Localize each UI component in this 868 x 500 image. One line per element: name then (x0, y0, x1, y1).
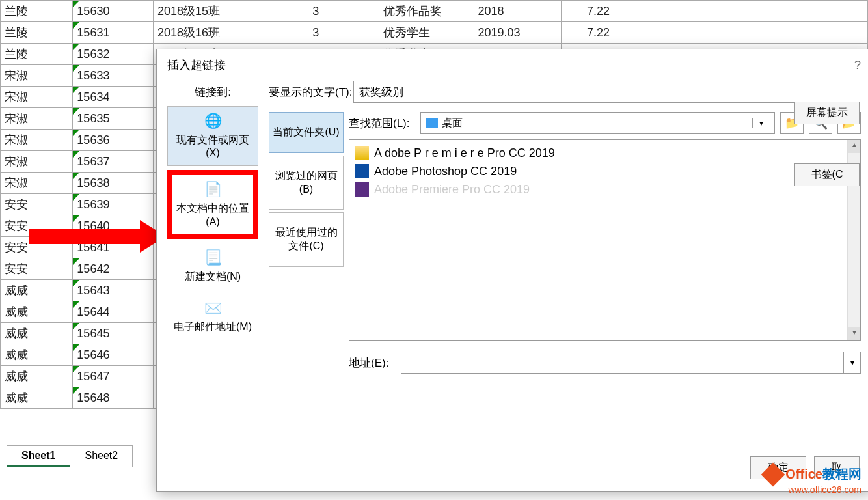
linkto-newdoc-label: 新建文档(N) (185, 271, 241, 282)
subtab-browsed-pages[interactable]: 浏览过的网页(B) (269, 156, 344, 210)
cell[interactable]: 2018级16班 (153, 22, 308, 44)
annotation-arrow (29, 220, 172, 253)
cell[interactable]: 威威 (1, 323, 73, 344)
watermark-icon (761, 462, 785, 486)
cell[interactable]: 威威 (1, 301, 73, 323)
list-item[interactable]: Adobe Photoshop CC 2019 (352, 162, 858, 180)
linkto-existing-file[interactable]: 🌐 现有文件或网页(X) (167, 106, 258, 166)
cell[interactable] (614, 22, 868, 44)
cell[interactable]: 宋淑 (1, 87, 73, 108)
linkto-new-document[interactable]: 📃 新建文档(N) (167, 243, 258, 289)
lookin-combo[interactable]: 桌面 ▾ (420, 112, 775, 134)
linkto-place-in-doc[interactable]: 📄 本文档中的位置(A) (167, 170, 258, 239)
cell[interactable]: 威威 (1, 280, 73, 301)
watermark-brand: Office教程网 (785, 465, 861, 483)
chevron-down-icon[interactable]: ▾ (752, 118, 769, 128)
list-item[interactable]: A dobe P r e m i e r e Pro CC 2019 (352, 144, 858, 162)
cell[interactable]: 15648 (73, 387, 154, 409)
lookin-value: 桌面 (442, 117, 463, 130)
file-icon (355, 182, 369, 197)
cell[interactable]: 15638 (73, 173, 154, 194)
sheet-tabs: Sheet1 Sheet2 (7, 445, 132, 467)
cell[interactable]: 7.22 (561, 22, 614, 44)
cell[interactable]: 3 (308, 22, 379, 44)
email-icon: ✉️ (170, 299, 255, 318)
cell[interactable]: 优秀学生 (379, 22, 474, 44)
subtab-current-folder[interactable]: 当前文件夹(U) (269, 112, 344, 153)
cell[interactable]: 宋淑 (1, 173, 73, 194)
subtab-recent-files[interactable]: 最近使用过的文件(C) (269, 212, 344, 267)
linkto-email[interactable]: ✉️ 电子邮件地址(M) (167, 294, 258, 340)
cell[interactable]: 15634 (73, 87, 154, 108)
cell[interactable]: 威威 (1, 366, 73, 387)
cell[interactable]: 15642 (73, 258, 154, 280)
tab-sheet1[interactable]: Sheet1 (7, 445, 70, 467)
address-label: 地址(E): (349, 355, 401, 370)
file-name: Adobe Photoshop CC 2019 (374, 165, 517, 178)
list-item[interactable]: Adobe Premiere Pro CC 2019 (352, 180, 858, 199)
lookin-label: 查找范围(L): (349, 116, 420, 131)
table-row[interactable]: 兰陵156312018级16班3优秀学生2019.037.22 (1, 22, 868, 44)
file-list[interactable]: A dobe P r e m i e r e Pro CC 2019Adobe … (349, 139, 861, 341)
address-dropdown-icon[interactable]: ▾ (843, 352, 860, 373)
cell[interactable]: 威威 (1, 387, 73, 409)
tab-sheet2[interactable]: Sheet2 (70, 445, 133, 467)
cell[interactable]: 15644 (73, 301, 154, 323)
cell[interactable]: 3 (308, 1, 379, 22)
cell[interactable]: 15639 (73, 194, 154, 215)
file-name: A dobe P r e m i e r e Pro CC 2019 (374, 146, 555, 160)
cell[interactable]: 宋淑 (1, 108, 73, 130)
display-text-input[interactable] (353, 81, 854, 103)
help-button[interactable]: ? (854, 59, 861, 72)
cell[interactable]: 15630 (73, 1, 154, 22)
scroll-down-button[interactable]: ▾ (848, 327, 860, 340)
cell[interactable]: 威威 (1, 344, 73, 366)
dialog-title: 插入超链接 (167, 57, 226, 73)
document-location-icon: 📄 (175, 180, 251, 199)
cell[interactable]: 15645 (73, 323, 154, 344)
cell[interactable]: 优秀作品奖 (379, 1, 474, 22)
desktop-icon (426, 118, 438, 128)
cell[interactable]: 15631 (73, 22, 154, 44)
watermark-url: www.office26.com (765, 484, 861, 495)
file-icon (355, 146, 369, 160)
cell[interactable]: 7.22 (561, 1, 614, 22)
cell[interactable]: 15632 (73, 44, 154, 65)
address-input[interactable] (401, 352, 843, 373)
cell[interactable]: 宋淑 (1, 65, 73, 87)
cell[interactable]: 2018 (474, 1, 561, 22)
cell[interactable]: 15637 (73, 151, 154, 173)
linkto-panel: 链接到: 🌐 现有文件或网页(X) 📄 本文档中的位置(A) 📃 新建文档(N)… (167, 81, 258, 374)
cell[interactable]: 安安 (1, 258, 73, 280)
cell[interactable]: 兰陵 (1, 44, 73, 65)
cell[interactable]: 15636 (73, 130, 154, 151)
linkto-place-label: 本文档中的位置(A) (176, 202, 249, 227)
cell[interactable]: 15647 (73, 366, 154, 387)
new-document-icon: 📃 (170, 249, 255, 268)
insert-hyperlink-dialog: 插入超链接 ? 链接到: 🌐 现有文件或网页(X) 📄 本文档中的位置(A) 📃… (156, 49, 868, 492)
cell[interactable]: 宋淑 (1, 130, 73, 151)
cell[interactable]: 15633 (73, 65, 154, 87)
cell[interactable]: 兰陵 (1, 1, 73, 22)
globe-page-icon: 🌐 (170, 112, 255, 131)
cell[interactable]: 兰陵 (1, 22, 73, 44)
watermark: Office教程网 www.office26.com (765, 465, 861, 495)
cell[interactable]: 15646 (73, 344, 154, 366)
file-icon (355, 164, 369, 178)
linkto-email-label: 电子邮件地址(M) (174, 321, 252, 332)
screentip-button[interactable]: 屏幕提示 (794, 102, 860, 124)
cell[interactable]: 15635 (73, 108, 154, 130)
cell[interactable]: 宋淑 (1, 151, 73, 173)
table-row[interactable]: 兰陵156302018级15班3优秀作品奖20187.22 (1, 1, 868, 22)
cell[interactable] (614, 1, 868, 22)
cell[interactable]: 2018级15班 (153, 1, 308, 22)
linkto-label: 链接到: (167, 85, 258, 100)
linkto-existing-label: 现有文件或网页(X) (176, 134, 249, 159)
file-name: Adobe Premiere Pro CC 2019 (374, 183, 530, 197)
cell[interactable]: 2019.03 (474, 22, 561, 44)
cell[interactable]: 15643 (73, 280, 154, 301)
display-text-label: 要显示的文字(T): (269, 85, 353, 100)
bookmark-button[interactable]: 书签(C (794, 163, 860, 186)
cell[interactable]: 安安 (1, 194, 73, 215)
